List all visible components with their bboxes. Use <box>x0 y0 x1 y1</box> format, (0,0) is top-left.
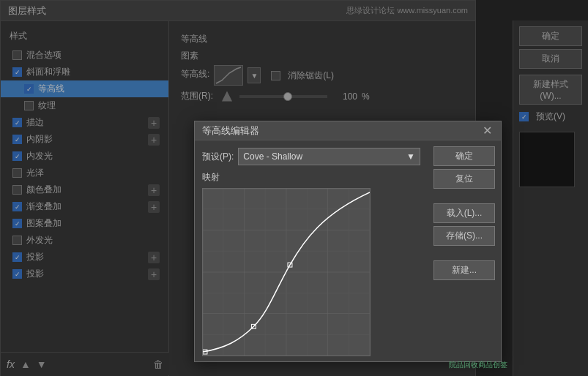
curve-grid-svg <box>203 189 370 356</box>
modal-body: 预设(P): Cove - Shallow ▼ 映射 <box>195 140 501 363</box>
modal-reset-button[interactable]: 复位 <box>433 169 495 189</box>
modal-save-button[interactable]: 存储(S)... <box>433 226 495 246</box>
modal-left-panel: 预设(P): Cove - Shallow ▼ 映射 <box>195 140 428 363</box>
curve-canvas[interactable] <box>202 188 371 356</box>
preset-value: Cove - Shallow <box>243 151 302 162</box>
modal-load-button[interactable]: 载入(L)... <box>433 203 495 223</box>
modal-close-button[interactable]: ✕ <box>480 124 494 138</box>
modal-title: 等高线编辑器 <box>202 124 259 138</box>
modal-new-button[interactable]: 新建... <box>433 260 495 280</box>
preset-row: 预设(P): Cove - Shallow ▼ <box>202 148 420 165</box>
mapping-label: 映射 <box>202 171 420 184</box>
modal-right-panel: 确定 复位 载入(L)... 存储(S)... 新建... <box>428 140 501 363</box>
modal-title-bar: 等高线编辑器 ✕ <box>195 121 501 140</box>
bottom-watermark: 院品回收商品创签 <box>449 360 507 370</box>
preset-dropdown[interactable]: Cove - Shallow ▼ <box>238 148 420 165</box>
contour-editor-modal: 等高线编辑器 ✕ 预设(P): Cove - Shallow ▼ 映射 <box>194 121 502 362</box>
preset-label: 预设(P): <box>202 151 234 163</box>
modal-ok-button[interactable]: 确定 <box>433 146 495 166</box>
preset-dropdown-arrow: ▼ <box>406 151 415 162</box>
